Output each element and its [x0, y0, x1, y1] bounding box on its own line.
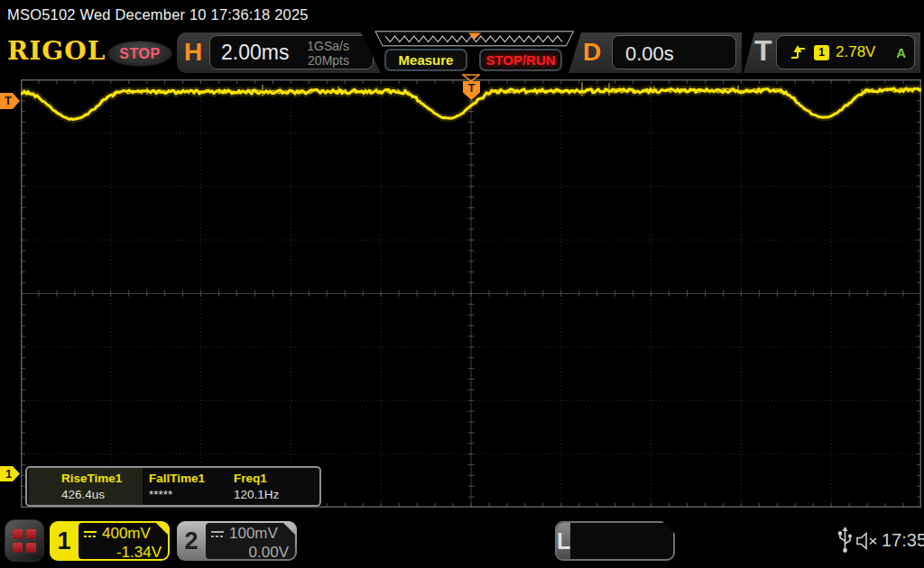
measurement-risetime[interactable]: RiseTime1 426.4us — [29, 468, 143, 505]
dc-coupling-icon — [83, 529, 97, 539]
logic-channel-numbers: 0 1 2 3 4 5 6 7 8 9 1011 12131415 — [570, 523, 675, 559]
waveform-display — [21, 79, 921, 508]
logic-row-1: 0 1 2 3 4 5 6 7 — [578, 555, 675, 561]
channel-2-pill[interactable]: 2 100mV 0.00V — [177, 521, 297, 561]
oscilloscope-screen: MSO5102 Wed December 10 17:36:18 2025 RI… — [0, 0, 924, 568]
usb-icon — [837, 527, 853, 554]
delay-value: 0.00s — [625, 42, 674, 66]
timebase-value: 2.00ms — [221, 41, 289, 65]
trigger-panel[interactable]: T 1 2.78V A — [744, 32, 920, 73]
channel-offset: 0.00V — [210, 544, 289, 561]
trigger-level-value: 2.78V — [836, 43, 875, 61]
menu-button[interactable] — [5, 519, 44, 562]
clock: 17:35 — [882, 530, 924, 551]
trigger-label: T — [754, 34, 772, 68]
acquisition-info: 1GSa/s 20Mpts — [307, 39, 349, 68]
delay-panel[interactable]: D 0.00s — [568, 32, 742, 73]
memory-depth: 20Mpts — [307, 53, 349, 68]
trigger-level-marker[interactable]: T — [0, 93, 20, 109]
trigger-box[interactable]: 1 2.78V A — [776, 35, 915, 69]
trigger-sweep-mode: A — [896, 45, 914, 60]
logic-channels-pill[interactable]: L 0 1 2 3 4 5 6 7 8 9 1011 12131415 — [555, 521, 675, 561]
grid-menu-icon — [13, 529, 36, 553]
edge-trigger-slope-icon — [790, 44, 808, 60]
sample-rate: 1GSa/s — [307, 39, 349, 53]
delay-label: D — [583, 38, 601, 67]
channel-scale: 400mV — [102, 525, 151, 543]
channel-2-readout: 100mV 0.00V — [206, 523, 295, 559]
channel-1-pill[interactable]: 1 400mV -1.34V — [50, 521, 170, 561]
timebase-box[interactable]: 2.00ms 1GSa/s 20Mpts — [209, 35, 374, 69]
waveform-position-bar[interactable] — [374, 31, 575, 47]
run-state-indicator[interactable]: STOP — [107, 41, 172, 67]
measurement-falltime[interactable]: FallTime1 ***** — [143, 468, 227, 505]
measurement-label: FallTime1 — [149, 472, 227, 485]
measurement-value: 426.4us — [61, 488, 143, 501]
measurement-label: Freq1 — [234, 472, 319, 485]
measure-button[interactable]: Measure — [384, 49, 467, 71]
channel-scale: 100mV — [229, 525, 278, 543]
measurement-label: RiseTime1 — [61, 472, 143, 485]
measurement-panel[interactable]: RiseTime1 426.4us FallTime1 ***** Freq1 … — [25, 466, 321, 507]
measurement-value: ***** — [149, 488, 227, 501]
channel-number: 2 — [177, 521, 206, 561]
dc-coupling-icon — [210, 529, 225, 539]
channel-number: 1 — [50, 521, 79, 561]
stop-run-button[interactable]: STOP/RUN — [479, 49, 562, 71]
measurement-value: 120.1Hz — [234, 488, 319, 501]
model-and-datetime: MSO5102 Wed December 10 17:36:18 2025 — [7, 6, 309, 23]
trigger-position-carat-icon — [462, 74, 480, 82]
measurement-freq[interactable]: Freq1 120.1Hz — [227, 468, 319, 505]
ch1-offset-marker[interactable]: 1 — [0, 466, 20, 481]
channel-offset: -1.34V — [83, 544, 162, 561]
speaker-muted-icon — [855, 531, 879, 551]
rigol-logo: RIGOL — [7, 36, 106, 66]
horizontal-panel[interactable]: H 2.00ms 1GSa/s 20Mpts — [177, 32, 381, 73]
logic-label: L — [557, 523, 570, 559]
trigger-source-badge: 1 — [814, 45, 829, 60]
delay-box[interactable]: 0.00s — [612, 35, 736, 69]
channel-1-readout: 400mV -1.34V — [79, 523, 168, 559]
horizontal-label: H — [184, 38, 202, 67]
